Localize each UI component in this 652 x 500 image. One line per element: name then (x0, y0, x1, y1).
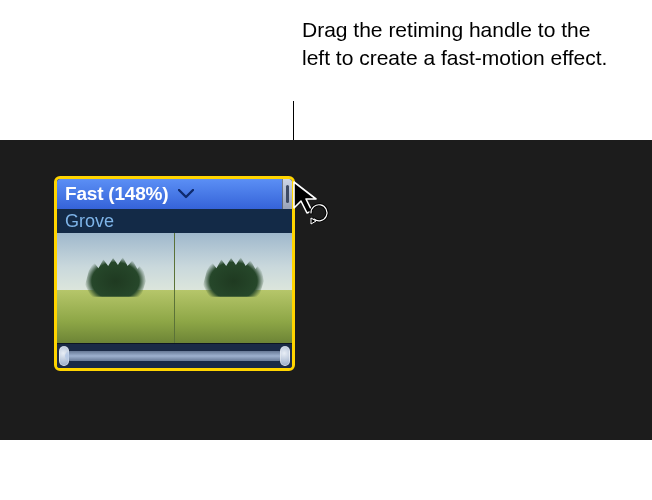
clip-thumbnail (57, 233, 174, 343)
chevron-down-icon[interactable] (178, 189, 194, 199)
retiming-speed-label: Fast (148%) (65, 183, 168, 205)
timeline-area: Fast (148%) Grove (0, 140, 652, 440)
callout-text: Drag the retiming handle to the left to … (302, 16, 612, 73)
clip-name-label: Grove (65, 211, 114, 232)
clip-audio-waveform[interactable] (57, 343, 292, 368)
retiming-bar[interactable]: Fast (148%) (57, 179, 292, 209)
timeline-clip[interactable]: Fast (148%) Grove (54, 176, 295, 371)
clip-filmstrip (57, 233, 292, 343)
retiming-handle[interactable] (282, 179, 292, 209)
clip-name-row: Grove (57, 209, 292, 233)
audio-fade-handle-right[interactable] (280, 346, 290, 366)
clip-thumbnail (174, 233, 292, 343)
audio-wave (65, 351, 284, 361)
